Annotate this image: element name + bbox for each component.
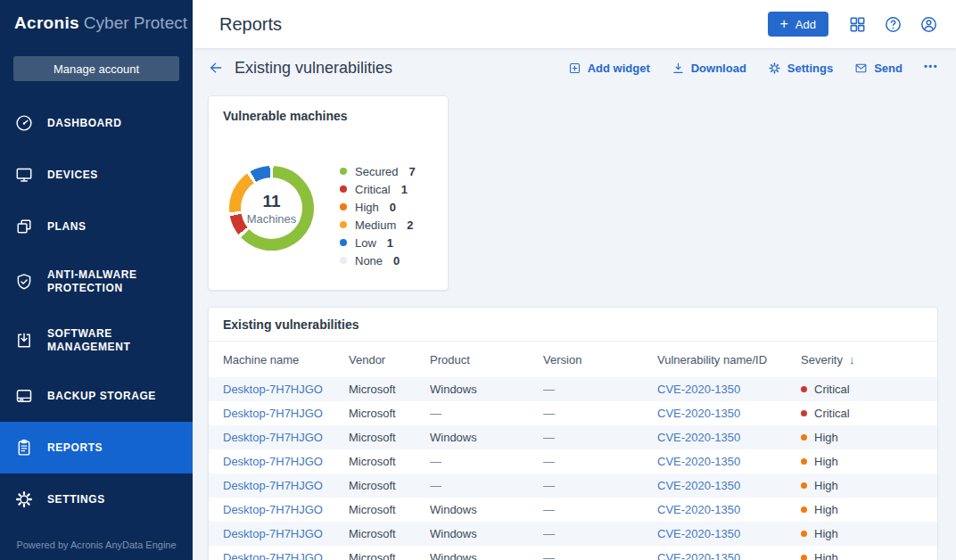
column-header-vendor[interactable]: Vendor: [349, 342, 430, 377]
legend-dot: [340, 221, 347, 228]
app-switcher-icon[interactable]: [848, 15, 867, 34]
back-icon[interactable]: [208, 60, 224, 76]
machine-name-link[interactable]: Desktop-7H7HJGO: [223, 407, 323, 420]
column-header-vulnerability-name-id[interactable]: Vulnerability name/ID: [657, 342, 801, 377]
machine-name-link[interactable]: Desktop-7H7HJGO: [223, 479, 323, 492]
sidebar-nav: DASHBOARD DEVICES PLANS ANTI-MALWARE PRO…: [0, 97, 193, 560]
sidebar-item-label: PLANS: [47, 220, 87, 234]
action-label: Send: [874, 62, 902, 75]
severity-dot: [801, 506, 807, 513]
legend-value: 7: [408, 165, 415, 178]
column-header-version[interactable]: Version: [543, 342, 657, 377]
vulnerability-link[interactable]: CVE-2020-1350: [657, 455, 740, 468]
table-row[interactable]: Desktop-7H7HJGO Microsoft — — CVE-2020-1…: [209, 449, 937, 474]
plus-square-icon: [568, 62, 581, 75]
table-title: Existing vulnerabilities: [209, 308, 937, 342]
sidebar-item-reports[interactable]: REPORTS: [0, 422, 193, 474]
machine-name-link[interactable]: Desktop-7H7HJGO: [223, 527, 323, 540]
brand-product: Cyber Protect: [84, 13, 187, 32]
table-row[interactable]: Desktop-7H7HJGO Microsoft Windows — CVE-…: [209, 546, 937, 560]
monitor-icon: [14, 165, 34, 185]
vulnerable-machines-widget: Vulnerable machines 11 Machines Secured …: [208, 95, 449, 291]
vulnerability-link[interactable]: CVE-2020-1350: [657, 503, 740, 516]
settings-action[interactable]: Settings: [768, 62, 833, 75]
gear-icon: [14, 490, 34, 509]
sidebar-item-dashboard[interactable]: DASHBOARD: [0, 97, 193, 149]
add-button[interactable]: + Add: [768, 12, 828, 37]
app-window: AcronisCyber Protect Manage account DASH…: [0, 0, 956, 560]
table-row[interactable]: Desktop-7H7HJGO Microsoft Windows — CVE-…: [209, 425, 937, 449]
sidebar-item-plans[interactable]: PLANS: [0, 201, 193, 252]
vulnerability-link[interactable]: CVE-2020-1350: [657, 479, 740, 492]
machine-name-link[interactable]: Desktop-7H7HJGO: [223, 551, 323, 560]
column-header-severity[interactable]: Severity↓: [801, 342, 937, 377]
widget-title: Vulnerable machines: [209, 96, 448, 123]
version-cell: —: [543, 503, 555, 516]
sidebar-item-backup-storage[interactable]: BACKUP STORAGE: [0, 370, 193, 422]
sidebar-item-label: SOFTWARE MANAGEMENT: [47, 327, 184, 354]
table-row[interactable]: Desktop-7H7HJGO Microsoft — — CVE-2020-1…: [209, 401, 937, 425]
sidebar: AcronisCyber Protect Manage account DASH…: [0, 0, 193, 560]
version-cell: —: [543, 455, 555, 468]
table-row[interactable]: Desktop-7H7HJGO Microsoft Windows — CVE-…: [209, 498, 937, 522]
severity-cell: High: [801, 527, 937, 540]
legend-value: 1: [387, 236, 393, 250]
storage-drive-icon: [14, 386, 34, 406]
product-cell: Windows: [430, 527, 477, 540]
severity-dot: [801, 386, 807, 392]
plus-icon: +: [780, 17, 788, 31]
vulnerability-link[interactable]: CVE-2020-1350: [657, 431, 740, 444]
sidebar-item-label: DASHBOARD: [47, 117, 121, 130]
legend-value: 1: [401, 183, 408, 196]
toolbar-actions: Add widget Download Settings Send •••: [568, 61, 938, 75]
vulnerability-link[interactable]: CVE-2020-1350: [657, 551, 740, 560]
chart-legend: Secured 7 Critical 1 High 0 Medium 2 Low…: [340, 162, 416, 269]
severity-label: High: [814, 431, 838, 444]
product-cell: Windows: [430, 431, 477, 444]
help-icon[interactable]: [884, 15, 902, 34]
report-title: Existing vulnerabilities: [235, 59, 392, 78]
version-cell: —: [543, 431, 555, 444]
clipboard-icon: [14, 438, 34, 457]
severity-label: High: [814, 503, 838, 516]
account-icon[interactable]: [919, 15, 938, 34]
donut-center-label: Machines: [247, 212, 297, 226]
sidebar-item-anti-malware-protection[interactable]: ANTI-MALWARE PROTECTION: [0, 252, 193, 311]
action-label: Download: [691, 62, 746, 75]
send-action[interactable]: Send: [854, 62, 902, 75]
table-row[interactable]: Desktop-7H7HJGO Microsoft Windows — CVE-…: [209, 377, 937, 401]
action-label: Add widget: [588, 62, 650, 75]
vulnerability-link[interactable]: CVE-2020-1350: [657, 383, 740, 396]
severity-dot: [801, 531, 807, 537]
download-action[interactable]: Download: [672, 62, 746, 75]
manage-account-button[interactable]: Manage account: [13, 56, 179, 81]
sidebar-item-software-management[interactable]: SOFTWARE MANAGEMENT: [0, 311, 193, 370]
brand-logo: AcronisCyber Protect: [0, 0, 193, 33]
vulnerability-link[interactable]: CVE-2020-1350: [657, 527, 740, 540]
vendor-cell: Microsoft: [349, 551, 396, 560]
more-actions-button[interactable]: •••: [924, 61, 938, 75]
column-header-product[interactable]: Product: [430, 342, 543, 377]
column-header-machine-name[interactable]: Machine name: [209, 342, 349, 377]
sidebar-item-settings[interactable]: SETTINGS: [0, 474, 193, 525]
sidebar-item-devices[interactable]: DEVICES: [0, 149, 193, 201]
legend-label: High: [355, 201, 379, 214]
table-row[interactable]: Desktop-7H7HJGO Microsoft — — CVE-2020-1…: [209, 474, 937, 498]
add-widget-action[interactable]: Add widget: [568, 62, 650, 75]
vulnerability-link[interactable]: CVE-2020-1350: [657, 407, 740, 420]
report-page: Existing vulnerabilities Add widget Down…: [193, 48, 956, 560]
legend-label: Low: [355, 236, 376, 250]
machine-name-link[interactable]: Desktop-7H7HJGO: [223, 503, 323, 516]
legend-value: 0: [390, 201, 396, 214]
severity-label: Critical: [814, 383, 850, 396]
machine-name-link[interactable]: Desktop-7H7HJGO: [223, 431, 323, 444]
legend-dot: [340, 168, 347, 175]
machine-name-link[interactable]: Desktop-7H7HJGO: [223, 383, 323, 396]
product-cell: —: [430, 479, 441, 492]
severity-cell: High: [801, 479, 937, 492]
legend-item: Low 1: [340, 234, 416, 251]
legend-label: Critical: [355, 183, 391, 196]
severity-dot: [801, 458, 807, 465]
table-row[interactable]: Desktop-7H7HJGO Microsoft Windows — CVE-…: [209, 522, 937, 546]
machine-name-link[interactable]: Desktop-7H7HJGO: [223, 455, 323, 468]
